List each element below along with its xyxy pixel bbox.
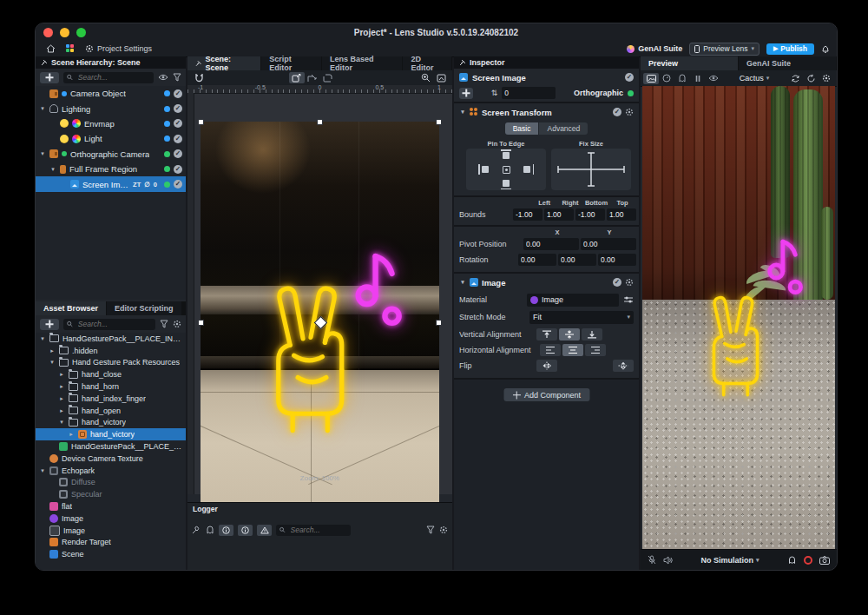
zoom-tool-button[interactable] xyxy=(418,72,433,83)
logger-settings-button[interactable] xyxy=(439,526,448,534)
simulation-dropdown[interactable]: No Simulation ▾ xyxy=(701,556,760,565)
hierarchy-search-input[interactable] xyxy=(76,72,150,83)
enabled-checkbox[interactable]: ✓ xyxy=(174,119,182,128)
valign-top-button[interactable] xyxy=(536,328,557,341)
asset-item-handgesturepack-place-in-o[interactable]: HandGesturePack__PLACE_IN_O... xyxy=(36,440,186,453)
rotation-input[interactable] xyxy=(518,254,556,266)
screenshot-camera-button[interactable] xyxy=(819,556,830,565)
preview-reset-button[interactable] xyxy=(787,73,803,84)
expand-toggle[interactable]: ▸ xyxy=(58,371,65,378)
expand-toggle[interactable]: ▸ xyxy=(49,347,56,354)
asset-item-device-camera-texture[interactable]: Device Camera Texture xyxy=(36,453,186,465)
tab-script-editor[interactable]: Script Editor xyxy=(261,56,321,70)
preview-image-mode-button[interactable] xyxy=(643,73,659,84)
home-button[interactable] xyxy=(46,44,56,53)
record-button[interactable] xyxy=(804,556,812,565)
logger-search[interactable] xyxy=(276,525,351,536)
material-field[interactable]: Image xyxy=(527,294,619,307)
scene-canvas[interactable]: -1-0.500.51 xyxy=(187,85,452,494)
add-object-button[interactable] xyxy=(40,72,59,83)
valign-bottom-button[interactable] xyxy=(582,328,602,341)
asset-item-scene[interactable]: Scene xyxy=(36,548,186,560)
handle-mid-left[interactable] xyxy=(198,320,204,326)
hierarchy-item-light[interactable]: Light✓ xyxy=(36,131,186,146)
halign-center-button[interactable] xyxy=(562,344,583,356)
component-enabled-checkbox[interactable]: ✓ xyxy=(613,108,621,116)
enabled-checkbox[interactable]: ✓ xyxy=(174,135,182,143)
preview-pause-button[interactable] xyxy=(690,73,706,84)
preview-webcam-button[interactable] xyxy=(659,73,674,84)
tab-asset-browser[interactable]: Asset Browser xyxy=(36,301,106,315)
transform-tool-button[interactable] xyxy=(289,72,305,83)
asset-search-input[interactable] xyxy=(76,319,152,329)
tab-basic[interactable]: Basic xyxy=(505,122,539,135)
handle-top-left[interactable] xyxy=(198,119,204,125)
component-gear-icon[interactable] xyxy=(625,278,634,287)
pin-to-edge-widget[interactable] xyxy=(466,149,546,190)
logger-filter-button[interactable] xyxy=(426,526,435,534)
apps-grid-button[interactable] xyxy=(66,44,75,53)
asset-item-hand-gesture-pack-resources[interactable]: ▾Hand Gesture Pack Resources xyxy=(36,357,186,369)
image-component-header[interactable]: ▾ Image ✓ xyxy=(454,275,639,289)
asset-settings-button[interactable] xyxy=(173,320,181,328)
asset-item-handgesturepack-place-in-obje[interactable]: ▾HandGesturePack__PLACE_IN_OBJE... xyxy=(36,333,186,345)
rotation-input[interactable] xyxy=(558,254,596,266)
hierarchy-item-lighting[interactable]: ▾Lighting✓ xyxy=(36,101,186,116)
hierarchy-item-envmap[interactable]: Envmap✓ xyxy=(36,116,186,131)
tab-preview[interactable]: Preview xyxy=(641,56,738,70)
asset-item-echopark[interactable]: ▾Echopark xyxy=(36,465,186,477)
halign-left-button[interactable] xyxy=(540,344,561,356)
speaker-button[interactable] xyxy=(663,556,673,565)
asset-search[interactable] xyxy=(63,319,155,330)
material-options-button[interactable] xyxy=(623,295,634,304)
visibility-dot[interactable] xyxy=(164,90,170,96)
expand-toggle[interactable]: ▾ xyxy=(39,150,46,157)
bounds-input[interactable] xyxy=(607,208,636,221)
tab-scene-scene[interactable]: Scene: Scene xyxy=(187,56,260,70)
add-asset-button[interactable] xyxy=(40,319,59,330)
visibility-dot[interactable] xyxy=(164,106,170,112)
preview-snap-device-button[interactable] xyxy=(674,73,690,84)
region-tool-button[interactable] xyxy=(320,72,336,83)
expand-toggle[interactable]: ▸ xyxy=(58,383,65,390)
logger-search-input[interactable] xyxy=(289,525,347,535)
asset-item-diffuse[interactable]: Diffuse xyxy=(36,477,186,489)
asset-item-image[interactable]: Image xyxy=(36,525,186,537)
snap-ghost-button[interactable] xyxy=(787,555,797,565)
object-enabled-checkbox[interactable]: ✓ xyxy=(625,73,634,82)
flip-horizontal-button[interactable] xyxy=(536,360,557,372)
asset-item-hand-close[interactable]: ▸hand_close xyxy=(36,368,186,380)
asset-item-hand-index-finger[interactable]: ▸hand_index_finger xyxy=(36,393,186,405)
add-component-button[interactable]: Add Component xyxy=(503,388,589,401)
tab-2d-editor[interactable]: 2D Editor xyxy=(403,56,451,70)
visibility-dot[interactable] xyxy=(164,182,170,188)
visibility-dot[interactable] xyxy=(164,166,170,172)
handle-mid-right[interactable] xyxy=(436,320,442,326)
asset-item-hand-victory[interactable]: ▾hand_victory xyxy=(36,417,186,429)
microphone-muted-button[interactable] xyxy=(648,555,656,565)
hierarchy-item-orthographic-camera[interactable]: ▾Orthographic Camera✓ xyxy=(36,147,186,162)
fit-view-button[interactable] xyxy=(433,72,449,83)
collapse-icon[interactable]: ▾ xyxy=(459,109,466,116)
visibility-dot[interactable] xyxy=(164,136,170,142)
log-source-button[interactable] xyxy=(206,526,214,534)
clear-log-button[interactable] xyxy=(192,526,201,534)
preview-settings-button[interactable] xyxy=(819,73,834,84)
snapping-magnet-button[interactable] xyxy=(191,72,207,83)
component-enabled-checkbox[interactable]: ✓ xyxy=(613,278,621,287)
enabled-checkbox[interactable]: ✓ xyxy=(174,89,182,98)
tab-advanced[interactable]: Advanced xyxy=(539,122,588,135)
tab-editor-scripting[interactable]: Editor Scripting xyxy=(107,301,181,315)
project-settings-button[interactable]: Project Settings xyxy=(85,44,152,53)
genai-suite-button[interactable]: GenAI Suite xyxy=(627,44,682,53)
log-warning-toggle[interactable] xyxy=(257,525,272,536)
halign-right-button[interactable] xyxy=(585,344,606,356)
hierarchy-item-screen-image[interactable]: Screen ImageZT∅0✓ xyxy=(36,176,186,191)
hierarchy-item-camera-object[interactable]: Camera Object✓ xyxy=(36,86,186,101)
visibility-dot[interactable] xyxy=(164,151,170,157)
expand-toggle[interactable]: ▾ xyxy=(58,419,65,426)
layer-input[interactable] xyxy=(502,87,556,99)
component-gear-icon[interactable] xyxy=(625,108,634,116)
expand-toggle[interactable]: ▾ xyxy=(49,359,56,366)
tab-lens-based-editor[interactable]: Lens Based Editor xyxy=(322,56,402,70)
